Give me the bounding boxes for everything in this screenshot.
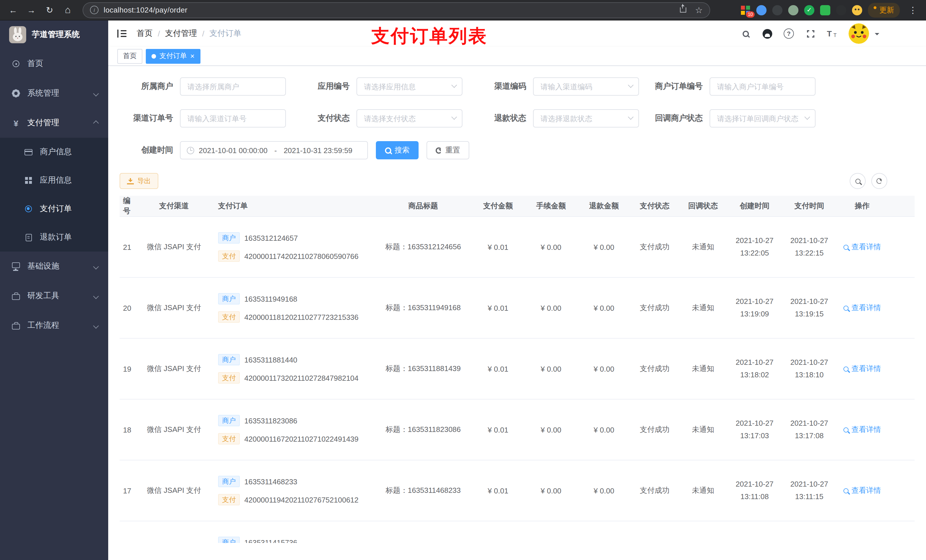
refund-status-select[interactable] [533,109,639,127]
refresh-table-button[interactable] [872,173,887,189]
browser-menu-icon[interactable] [905,3,920,17]
extensions-puzzle-icon[interactable] [836,5,846,15]
merchant-input[interactable] [180,77,286,96]
cell-actions: 查看详情 [837,364,888,374]
pay-status-input[interactable] [357,109,462,127]
site-info-icon[interactable] [90,6,98,14]
sidebar: 芋道管理系统 首页 系统管理 支付管理 商户信息 [0,21,108,560]
tab-home[interactable]: 首页 [117,49,142,63]
extension-dark-icon[interactable] [772,5,782,15]
channel-code-select[interactable] [533,77,639,96]
cell-channel: 微信 JSAPI 支付 [136,364,212,374]
sidebar-item-home[interactable]: 首页 [0,49,108,78]
merchant-tag: 商户 [218,293,240,305]
merchant-order-no-input[interactable] [710,77,816,96]
table-row: 19 微信 JSAPI 支付 商户 1635311881440 支付 [120,339,915,400]
view-detail-link[interactable]: 查看详情 [843,486,881,496]
sidebar-item-infra[interactable]: 基础设施 [0,252,108,281]
date-start: 2021-10-01 00:00:00 [199,146,267,154]
extension-grid-icon[interactable]: 10 [740,5,750,15]
view-detail-link[interactable]: 查看详情 [843,242,881,252]
breadcrumb-payment[interactable]: 支付管理 [165,29,197,39]
merchant-order-no-field[interactable] [710,77,816,96]
forward-icon[interactable] [24,3,39,17]
sidebar-item-merchant-info[interactable]: 商户信息 [0,138,108,166]
pay-tag: 支付 [218,494,240,506]
breadcrumb: 首页 / 支付管理 / 支付订单 [137,29,242,39]
filter-merchant: 所属商户 [120,77,296,96]
chevron-down-icon [93,293,99,299]
pay-status-select[interactable] [357,109,462,127]
cell-actions: 查看详情 [837,303,888,313]
view-detail-link[interactable]: 查看详情 [843,424,881,435]
channel-order-no-field[interactable] [180,109,286,127]
app-select[interactable] [357,77,462,96]
cell-pay-time: 2021-10-27 13:19:15 [782,295,837,320]
extension-chat-icon[interactable] [820,5,830,15]
filter-callback-status: 回调商户状态 [649,109,826,127]
search-icon[interactable] [740,29,750,39]
channel-order-no-input[interactable] [180,109,286,127]
sidebar-item-devtools[interactable]: 研发工具 [0,281,108,311]
font-size-icon[interactable] [827,29,837,38]
address-bar[interactable]: localhost:1024/pay/order [83,3,710,17]
search-button[interactable]: 搜索 [376,141,419,159]
sidebar-item-pay-order[interactable]: 支付订单 [0,195,108,223]
yen-icon [11,119,21,127]
grid-icon [24,177,33,184]
merchant-select[interactable] [180,77,286,96]
view-detail-link[interactable]: 查看详情 [843,364,881,374]
tab-pay-order[interactable]: 支付订单 [146,49,200,63]
cell-pay-time: 2021-10-27 13:18:10 [782,356,837,381]
merchant-tag: 商户 [218,415,240,426]
fullscreen-icon[interactable] [805,29,816,39]
user-avatar[interactable] [849,23,869,44]
back-icon[interactable] [6,3,21,17]
extension-check-icon[interactable] [804,5,814,15]
github-icon[interactable] [762,29,772,39]
date-range-input[interactable]: 2021-10-01 00:00:00 - 2021-10-31 23:59:5… [180,141,368,159]
table-row: 20 微信 JSAPI 支付 商户 1635311949168 支付 [120,278,915,339]
table-row: 21 微信 JSAPI 支付 商户 1635312124657 支付 [120,217,915,278]
extension-drop-icon[interactable] [756,5,767,15]
breadcrumb-home[interactable]: 首页 [137,29,153,39]
chevron-up-icon [93,120,99,126]
browser-profile-avatar[interactable] [852,5,862,15]
cell-callback-status: 未通知 [679,424,727,435]
cell-refund: ¥ 0.00 [578,486,631,495]
cell-amount: ¥ 0.01 [472,365,525,373]
cell-pay-time: 2021-10-27 13:11:15 [782,478,837,503]
search-icon [385,147,391,153]
callback-status-input[interactable] [710,109,816,127]
help-icon[interactable] [784,29,794,39]
filter-pay-status: 支付状态 [296,109,473,127]
refund-status-input[interactable] [533,109,639,127]
app-input[interactable] [357,77,462,96]
export-button[interactable]: 导出 [120,173,158,189]
sidebar-item-payment[interactable]: 支付管理 [0,108,108,138]
cell-refund: ¥ 0.00 [578,303,631,312]
sidebar-item-workflow[interactable]: 工作流程 [0,311,108,340]
sidebar-item-refund-order[interactable]: 退款订单 [0,223,108,252]
extension-green-icon[interactable] [788,5,799,15]
channel-code-input[interactable] [533,77,639,96]
bookmark-star-icon[interactable] [695,5,703,15]
sidebar-fold-icon[interactable] [117,30,126,38]
update-button[interactable]: 更新 [868,3,900,17]
reload-icon[interactable] [42,3,57,17]
avatar-dropdown-caret[interactable] [875,33,879,37]
callback-status-select[interactable] [710,109,816,127]
cell-actions: 查看详情 [837,424,888,435]
view-detail-link[interactable]: 查看详情 [843,303,881,313]
search-icon [843,488,849,493]
sidebar-item-app-info[interactable]: 应用信息 [0,166,108,195]
share-icon[interactable] [680,8,686,12]
home-icon[interactable] [61,3,75,17]
toggle-search-button[interactable] [850,173,865,189]
cell-pay-status: 支付成功 [631,486,679,496]
cell-fee: ¥ 0.00 [525,365,578,373]
active-tab-dot [151,54,156,58]
reset-button[interactable]: 重置 [427,141,469,159]
sidebar-item-system[interactable]: 系统管理 [0,78,108,108]
close-tab-icon[interactable] [190,52,195,60]
